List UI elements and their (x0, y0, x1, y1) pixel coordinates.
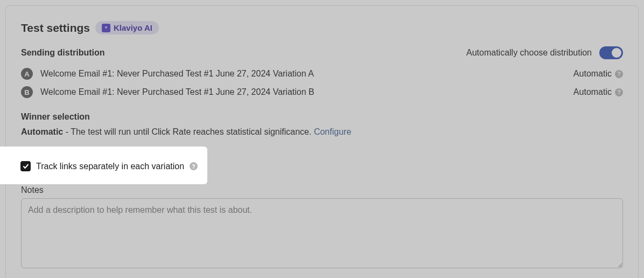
variation-badge-b: B (21, 86, 33, 98)
variation-name: Welcome Email #1: Never Purchased Test #… (40, 69, 314, 79)
notes-textarea[interactable] (21, 198, 623, 268)
panel-header: Test settings Klaviyo AI (21, 21, 623, 34)
winner-selection-description: Automatic - The test will run until Clic… (21, 127, 623, 137)
test-settings-panel: Test settings Klaviyo AI Sending distrib… (5, 5, 639, 278)
auto-distribution-label: Automatically choose distribution (466, 48, 592, 58)
auto-distribution-toggle[interactable] (599, 46, 623, 59)
variation-row: B Welcome Email #1: Never Purchased Test… (21, 86, 623, 98)
variation-status-text: Automatic (573, 87, 612, 97)
variation-badge-a: A (21, 68, 33, 80)
help-icon[interactable]: ? (615, 70, 623, 78)
page-title: Test settings (21, 22, 90, 34)
variation-left: B Welcome Email #1: Never Purchased Test… (21, 86, 314, 98)
winner-mode: Automatic (21, 127, 63, 136)
variation-name: Welcome Email #1: Never Purchased Test #… (40, 87, 314, 97)
help-icon[interactable]: ? (615, 88, 623, 96)
track-links-highlight: Track links separately in each variation… (0, 147, 207, 184)
winner-selection-section: Winner selection Automatic - The test wi… (21, 112, 623, 137)
sparkle-icon (102, 24, 110, 32)
variation-left: A Welcome Email #1: Never Purchased Test… (21, 68, 314, 80)
variation-status-text: Automatic (573, 69, 612, 79)
configure-link[interactable]: Configure (314, 127, 351, 136)
variation-row: A Welcome Email #1: Never Purchased Test… (21, 68, 623, 80)
winner-selection-label: Winner selection (21, 112, 623, 122)
toggle-knob (612, 48, 621, 58)
notes-label: Notes (21, 185, 623, 195)
help-icon[interactable]: ? (190, 162, 198, 170)
distribution-header-row: Sending distribution Automatically choos… (21, 46, 623, 59)
winner-desc-text: - The test will run until Click Rate rea… (63, 127, 314, 136)
track-links-row: Track links separately in each variation… (20, 161, 207, 171)
track-links-checkbox[interactable] (20, 161, 31, 171)
ai-badge-label: Klaviyo AI (114, 23, 152, 32)
sending-distribution-label: Sending distribution (21, 48, 105, 58)
auto-distribution-control: Automatically choose distribution (466, 46, 623, 59)
track-links-label: Track links separately in each variation (36, 162, 184, 171)
variation-status: Automatic ? (573, 87, 623, 97)
klaviyo-ai-badge[interactable]: Klaviyo AI (95, 21, 159, 34)
variation-status: Automatic ? (573, 69, 623, 79)
